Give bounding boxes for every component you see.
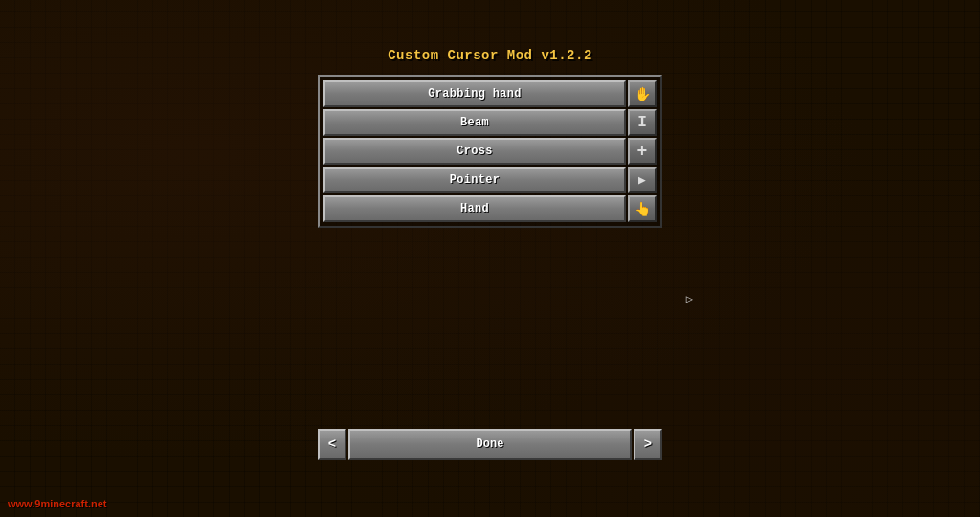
done-button[interactable]: Done: [348, 429, 632, 460]
cross-button[interactable]: Cross: [323, 138, 626, 165]
grabbing-hand-button[interactable]: Grabbing hand: [323, 80, 626, 107]
beam-icon: I: [628, 109, 657, 136]
grabbing-hand-icon: ✋: [628, 80, 657, 107]
cursor-row-0: Grabbing hand ✋: [323, 80, 657, 107]
main-content: Custom Cursor Mod v1.2.2 Grabbing hand ✋…: [318, 48, 662, 236]
bottom-nav: < Done >: [318, 429, 662, 460]
beam-button[interactable]: Beam: [323, 109, 626, 136]
cursor-row-3: Pointer ▶: [323, 167, 657, 193]
next-button[interactable]: >: [634, 429, 662, 460]
pointer-icon: ▶: [628, 167, 657, 193]
cursor-list: Grabbing hand ✋ Beam I Cross + Pointer ▶: [318, 75, 662, 228]
cursor-dialog: Grabbing hand ✋ Beam I Cross + Pointer ▶: [318, 75, 662, 236]
watermark: www.9minecraft.net: [8, 498, 107, 509]
hand-button[interactable]: Hand: [323, 195, 626, 222]
cursor-row-2: Cross +: [323, 138, 657, 165]
screen: Custom Cursor Mod v1.2.2 Grabbing hand ✋…: [0, 0, 980, 517]
hand-icon: 👆: [628, 195, 657, 222]
prev-button[interactable]: <: [318, 429, 346, 460]
cursor-row-4: Hand 👆: [323, 195, 657, 222]
cursor-row-1: Beam I: [323, 109, 657, 136]
cursor-indicator: ▷: [686, 292, 693, 306]
cross-icon: +: [628, 138, 657, 165]
mod-title: Custom Cursor Mod v1.2.2: [388, 48, 592, 63]
pointer-button[interactable]: Pointer: [323, 167, 626, 193]
